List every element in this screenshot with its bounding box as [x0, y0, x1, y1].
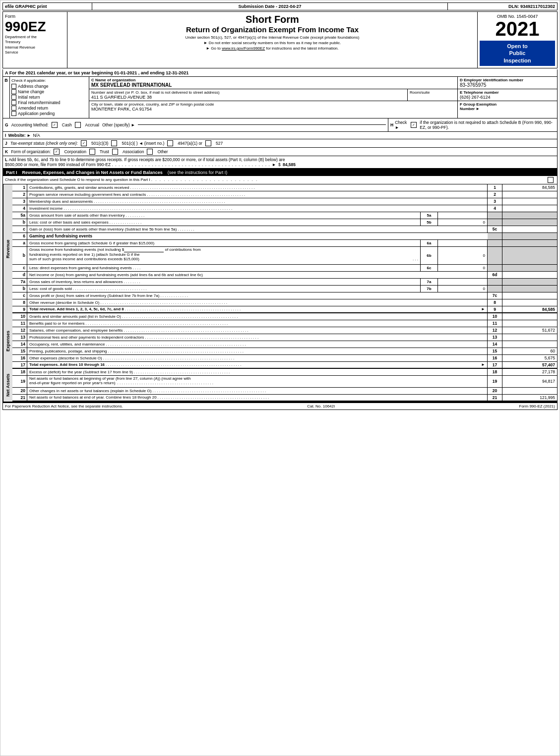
row-8-text: Other revenue (describe in Schedule O) — [29, 300, 99, 305]
form-dept: Department of the Treasury Internal Reve… — [5, 35, 65, 56]
527-label: 527 — [216, 141, 223, 146]
row-4-desc: Investment income . . . . . . . . . . . … — [27, 205, 488, 212]
row-19-amount: 94,817 — [502, 376, 557, 387]
row-6-num: 6 — [12, 233, 27, 239]
row-5b: b Less: cost or other basis and sales ex… — [12, 219, 557, 226]
h-checkbox[interactable] — [411, 122, 417, 128]
row-17-linenum: 17 — [488, 362, 502, 368]
row-9-num: 9 — [12, 306, 27, 312]
row-13-linenum: 13 — [488, 334, 502, 341]
row-1-text: Contributions, gifts, grants, and simila… — [29, 185, 129, 190]
corp-checkbox[interactable] — [54, 149, 60, 155]
instruction-3-end: for instructions and the latest informat… — [265, 46, 339, 51]
final-return-row: Final return/terminated — [11, 100, 87, 105]
section-a-text: A For the 2021 calendar year, or tax yea… — [5, 70, 188, 75]
4947a1-checkbox[interactable] — [167, 140, 173, 146]
room-block: Room/suite — [408, 89, 457, 101]
row-3-linenum: 3 — [488, 198, 502, 205]
row-16-dots: . . . . . . . . . . . . . . . . . . . . … — [103, 356, 485, 360]
row-5a-ref: 5a — [421, 212, 438, 219]
row-12-dots: . . . . . . . . . . . . . . . . . . . . … — [124, 328, 485, 333]
row-6c-amount — [502, 265, 557, 271]
initial-return-label: Initial return — [18, 95, 40, 100]
row-7b-amount — [502, 286, 557, 292]
accrual-checkbox[interactable] — [75, 122, 81, 128]
expenses-rows: 10 Grants and similar amounts paid (list… — [12, 313, 557, 369]
row-21-dots: . . . . . . . . . . . . . . . . . . . . … — [158, 395, 485, 400]
row-4-linenum: 4 — [488, 205, 502, 212]
address-label: Number and street (or P. O. box, if mail… — [91, 90, 405, 95]
row-20-linenum: 20 — [488, 388, 502, 394]
initial-return-checkbox[interactable] — [11, 95, 16, 100]
trust-checkbox[interactable] — [89, 149, 95, 155]
form-subtitle: Return of Organization Exempt From Incom… — [69, 25, 475, 34]
section-gh: G Accounting Method: Cash Accrual Other … — [3, 118, 557, 132]
row-6b-linenum — [488, 247, 502, 264]
row-17-arrow: ► — [481, 362, 485, 367]
row-6d-num: d — [12, 272, 27, 278]
h-description: if the organization is not required to a… — [420, 120, 555, 130]
527-checkbox[interactable] — [205, 140, 211, 146]
irs-link[interactable]: www.irs.gov/Form990EZ — [222, 46, 265, 51]
h-label: H — [390, 122, 393, 127]
row-19-desc: Net assets or fund balances at beginning… — [27, 376, 488, 387]
row-6b-line3: sum of such gross income and contributio… — [29, 257, 418, 261]
row-10-desc: Grants and similar amounts paid (list in… — [27, 313, 488, 320]
row-19-line2-text: end-of-year figure reported on prior yea… — [29, 381, 116, 385]
row-4-text: Investment income — [29, 206, 62, 211]
application-pending-row: Application pending — [11, 111, 87, 116]
revenue-rows: 1 Contributions, gifts, grants, and simi… — [12, 184, 557, 313]
e-label: E Telephone number — [460, 90, 555, 95]
4947a1-label: 4947(a)(1) or — [178, 141, 202, 146]
row-6c-dots: . . . . — [133, 266, 418, 270]
other-org-checkbox[interactable] — [147, 149, 153, 155]
row-8-num: 8 — [12, 299, 27, 306]
form-page: efile GRAPHIC print Submission Date - 20… — [0, 0, 560, 756]
row-7c-num: c — [12, 292, 27, 299]
revenue-section: Revenue 1 Contributions, gifts, grants, … — [3, 184, 557, 313]
address-change-checkbox[interactable] — [11, 84, 16, 89]
corp-label: Corporation — [64, 149, 86, 154]
other-specify-line[interactable] — [138, 124, 386, 125]
name-change-checkbox[interactable] — [11, 89, 16, 94]
row-18-amount: 27,178 — [502, 369, 557, 375]
application-pending-checkbox[interactable] — [11, 111, 16, 116]
row-16-num: 16 — [12, 355, 27, 361]
amended-return-checkbox[interactable] — [11, 106, 16, 111]
row-17-desc: Total expenses. Add lines 10 through 16 … — [27, 362, 488, 368]
501c-checkbox[interactable] — [111, 140, 117, 146]
cash-checkbox[interactable] — [52, 122, 58, 128]
row-9-text: Total revenue. Add lines 1, 2, 3, 4, 5c,… — [29, 307, 124, 311]
row-7b-text: Less: cost of goods sold — [29, 287, 72, 291]
row-7b-desc: Less: cost of goods sold . . . . . . . .… — [27, 286, 421, 292]
row-6b-amount — [502, 247, 557, 264]
row-5b-num: b — [12, 219, 27, 226]
row-6a-linenum — [488, 240, 502, 246]
row-5b-amount — [502, 219, 557, 226]
row-18-desc: Excess or (deficit) for the year (Subtra… — [27, 369, 488, 375]
row-6b-val: 0 — [438, 247, 488, 264]
row-13-desc: Professional fees and other payments to … — [27, 334, 488, 341]
row-21-text: Net assets or fund balances at end of ye… — [29, 395, 157, 400]
row-11-num: 11 — [12, 320, 27, 327]
501c3-checkbox[interactable] — [81, 140, 87, 146]
final-return-checkbox[interactable] — [11, 100, 16, 105]
schedule-o-checkbox[interactable] — [548, 177, 554, 183]
row-17-amount: 57,407 — [502, 362, 557, 368]
paperwork-notice: For Paperwork Reduction Act Notice, see … — [5, 404, 123, 408]
row-17: 17 Total expenses. Add lines 10 through … — [12, 362, 557, 369]
row-11-text: Benefits paid to or for members — [29, 321, 85, 326]
assoc-checkbox[interactable] — [112, 149, 118, 155]
row-8-dots: . . . . . . . . . . . . . . . . . . . . … — [100, 300, 485, 305]
row-5c: c Gain or (loss) from sale of assets oth… — [12, 226, 557, 233]
row-8-linenum: 8 — [488, 299, 502, 306]
row-6b-desc: Gross income from fundraising events (no… — [27, 247, 421, 264]
row-7c-linenum: 7c — [488, 292, 502, 299]
row-1-linenum: 1 — [488, 184, 502, 191]
row-5c-linenum: 5c — [488, 226, 502, 233]
final-return-label: Final return/terminated — [18, 100, 61, 105]
row-4: 4 Investment income . . . . . . . . . . … — [12, 205, 557, 212]
row-7a-num: 7a — [12, 279, 27, 285]
top-bar: efile GRAPHIC print Submission Date - 20… — [2, 2, 558, 10]
row-6c: c Less: direct expenses from gaming and … — [12, 265, 557, 272]
